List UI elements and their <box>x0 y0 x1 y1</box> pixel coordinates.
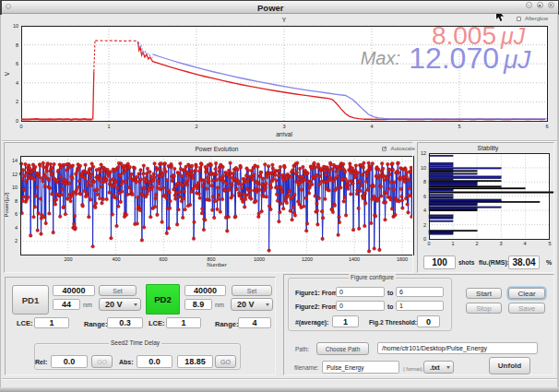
svg-text:2: 2 <box>16 99 18 104</box>
svg-text:5: 5 <box>458 124 460 129</box>
svg-text:0: 0 <box>16 118 18 124</box>
svg-text:Y: Y <box>282 17 287 23</box>
svg-text:4: 4 <box>370 124 373 129</box>
svg-text:6: 6 <box>16 61 18 66</box>
svg-text:μJ: μJ <box>503 45 531 74</box>
svg-text:0: 0 <box>19 124 22 129</box>
svg-text:3: 3 <box>282 124 285 129</box>
svg-text:8: 8 <box>16 42 18 48</box>
svg-text:arrival: arrival <box>276 131 292 137</box>
svg-text:1: 1 <box>107 124 110 129</box>
svg-text:10: 10 <box>13 23 18 29</box>
svg-text:4: 4 <box>16 80 18 86</box>
svg-text:Max:: Max: <box>361 48 400 68</box>
svg-text:6: 6 <box>545 124 548 129</box>
svg-text:12.070: 12.070 <box>409 42 499 75</box>
svg-text:2: 2 <box>195 124 197 129</box>
svg-text:V: V <box>4 71 10 76</box>
